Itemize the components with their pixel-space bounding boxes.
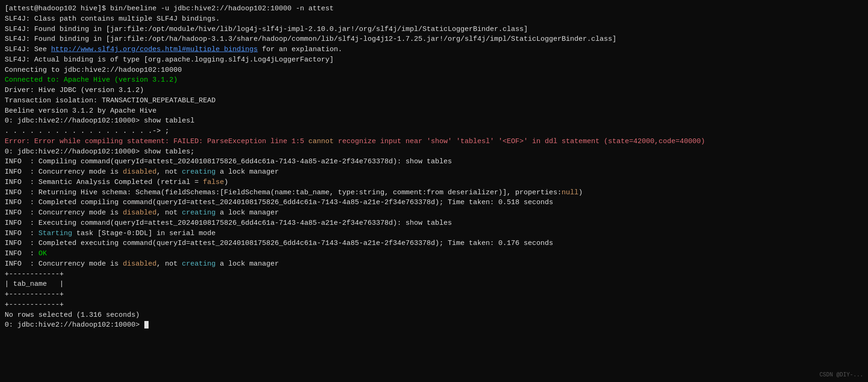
terminal-line: [attest@hadoop102 hive]$ bin/beeline -u … [5, 4, 863, 14]
terminal-text: a lock manager [216, 168, 279, 176]
terminal-text: Connecting to jdbc:hive2://hadoop102:100… [5, 66, 182, 74]
terminal-text: , not [157, 168, 182, 176]
terminal-line: +------------+ [5, 290, 863, 300]
terminal-line: SLF4J: Class path contains multiple SLF4… [5, 14, 863, 24]
terminal-line: INFO : Compiling command(queryId=attest_… [5, 157, 863, 167]
terminal-text: No rows selected (1.316 seconds) [5, 311, 140, 319]
terminal-line: INFO : Completed executing command(query… [5, 238, 863, 249]
terminal-line: . . . . . . . . . . . . . . . . . .-> ; [5, 126, 863, 137]
terminal-line: +------------+ [5, 300, 863, 310]
terminal-line: Connecting to jdbc:hive2://hadoop102:100… [5, 65, 863, 76]
terminal-text: Beeline version 3.1.2 by Apache Hive [5, 107, 157, 115]
terminal-text: null [561, 189, 578, 197]
terminal-text: INFO : Compiling command(queryId=attest_… [5, 158, 452, 166]
watermark-label: CSDN @DIY-... [819, 371, 863, 379]
terminal-text: recognize input near 'show' 'tablesl' '<… [334, 138, 705, 145]
terminal-line: 0: jdbc:hive2://hadoop102:10000> show ta… [5, 147, 863, 157]
terminal-text: cannot [308, 138, 334, 145]
terminal-line: INFO : Concurrency mode is disabled, not… [5, 167, 863, 177]
terminal-text: disabled [123, 209, 157, 217]
terminal-text: INFO : [5, 229, 38, 237]
terminal-text: 0: jdbc:hive2://hadoop102:10000> show ta… [5, 117, 195, 125]
terminal-text: SLF4J: Class path contains multiple SLF4… [5, 15, 220, 23]
terminal-text: 0: jdbc:hive2://hadoop102:10000> [5, 321, 144, 329]
terminal-window: [attest@hadoop102 hive]$ bin/beeline -u … [0, 0, 868, 382]
terminal-text: +------------+ [5, 301, 64, 309]
terminal-line: SLF4J: Actual binding is of type [org.ap… [5, 55, 863, 65]
terminal-content: [attest@hadoop102 hive]$ bin/beeline -u … [5, 4, 863, 330]
terminal-text: | tab_name | [5, 280, 64, 288]
terminal-line: INFO : Concurrency mode is disabled, not… [5, 208, 863, 218]
terminal-text: Driver: Hive JDBC (version 3.1.2) [5, 86, 144, 94]
terminal-line: Transaction isolation: TRANSACTION_REPEA… [5, 96, 863, 106]
terminal-line: | tab_name | [5, 279, 863, 290]
terminal-line: SLF4J: Found binding in [jar:file:/opt/h… [5, 34, 863, 45]
terminal-text: SLF4J: Found binding in [jar:file:/opt/m… [5, 25, 528, 33]
terminal-text: Starting [38, 229, 72, 237]
terminal-text: INFO : Concurrency mode is [5, 260, 123, 268]
terminal-text: SLF4J: Found binding in [jar:file:/opt/h… [5, 35, 616, 43]
terminal-text: . . . . . . . . . . . . . . . . . .-> ; [5, 127, 169, 135]
terminal-text: creating [182, 209, 216, 217]
terminal-text: +------------+ [5, 270, 64, 278]
terminal-line: SLF4J: See http://www.slf4j.org/codes.ht… [5, 45, 863, 55]
terminal-text: INFO : Completed executing command(query… [5, 239, 553, 247]
terminal-text: a lock manager [216, 209, 279, 217]
terminal-line: Error: Error while compiling statement: … [5, 137, 863, 147]
terminal-line: SLF4J: Found binding in [jar:file:/opt/m… [5, 24, 863, 35]
terminal-line: INFO : Returning Hive schema: Schema(fie… [5, 188, 863, 198]
terminal-text: [attest@hadoop102 hive]$ bin/beeline -u … [5, 5, 334, 13]
terminal-text: Connected to: Apache Hive (version 3.1.2… [5, 76, 178, 84]
terminal-text: creating [182, 168, 216, 176]
terminal-text: OK [38, 250, 47, 258]
terminal-line: No rows selected (1.316 seconds) [5, 310, 863, 321]
terminal-text: ) [224, 178, 228, 186]
terminal-text: a lock manager [216, 260, 279, 268]
terminal-text: SLF4J: Actual binding is of type [org.ap… [5, 56, 334, 64]
terminal-text: INFO : [5, 250, 38, 258]
terminal-text: INFO : Semantic Analysis Completed (retr… [5, 178, 203, 186]
terminal-text: disabled [123, 168, 157, 176]
terminal-text: +------------+ [5, 290, 64, 298]
terminal-line: Beeline version 3.1.2 by Apache Hive [5, 106, 863, 116]
terminal-line: INFO : Starting task [Stage-0:DDL] in se… [5, 229, 863, 239]
terminal-text: Error: Error while compiling statement: … [5, 138, 308, 145]
terminal-text: creating [182, 260, 216, 268]
terminal-line: INFO : OK [5, 249, 863, 259]
terminal-line: 0: jdbc:hive2://hadoop102:10000> [5, 320, 863, 330]
terminal-line: 0: jdbc:hive2://hadoop102:10000> show ta… [5, 116, 863, 126]
terminal-line: Driver: Hive JDBC (version 3.1.2) [5, 85, 863, 96]
terminal-line: Connected to: Apache Hive (version 3.1.2… [5, 75, 863, 85]
terminal-text: SLF4J: See [5, 46, 51, 53]
terminal-text: INFO : Concurrency mode is [5, 209, 123, 217]
terminal-text: INFO : Completed compiling command(query… [5, 199, 553, 206]
terminal-line: INFO : Semantic Analysis Completed (retr… [5, 177, 863, 188]
terminal-text: INFO : Concurrency mode is [5, 168, 123, 176]
terminal-text: ) [578, 189, 583, 197]
terminal-text: , not [157, 209, 182, 217]
terminal-link[interactable]: http://www.slf4j.org/codes.html#multiple… [51, 46, 258, 53]
terminal-text: , not [157, 260, 182, 268]
terminal-text: task [Stage-0:DDL] in serial mode [72, 229, 216, 237]
terminal-text: for an explanation. [258, 46, 342, 53]
terminal-text: INFO : Executing command(queryId=attest_… [5, 219, 452, 227]
terminal-text: disabled [123, 260, 157, 268]
terminal-text: INFO : Returning Hive schema: Schema(fie… [5, 189, 561, 197]
terminal-line: INFO : Concurrency mode is disabled, not… [5, 259, 863, 269]
cursor [144, 321, 149, 329]
terminal-line: INFO : Completed compiling command(query… [5, 198, 863, 208]
terminal-line: +------------+ [5, 269, 863, 280]
terminal-text: false [203, 178, 224, 186]
terminal-text: Transaction isolation: TRANSACTION_REPEA… [5, 97, 216, 105]
terminal-text: 0: jdbc:hive2://hadoop102:10000> show ta… [5, 148, 195, 156]
terminal-line: INFO : Executing command(queryId=attest_… [5, 218, 863, 229]
